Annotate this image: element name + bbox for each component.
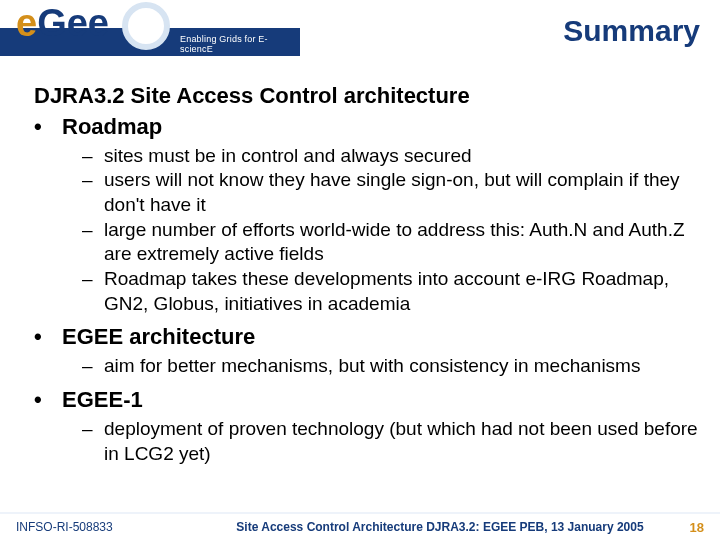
logo-ee-icon: ee — [67, 4, 109, 42]
bullet-roadmap: Roadmap — [34, 114, 698, 140]
bullet-egee-arch: EGEE architecture — [34, 324, 698, 350]
slide-content: DJRA3.2 Site Access Control architecture… — [0, 60, 720, 466]
page-number: 18 — [664, 520, 704, 535]
tagline: Enabling Grids for E-sciencE — [180, 34, 300, 54]
logo: eGee — [16, 4, 109, 42]
sub-bullet: sites must be in control and always secu… — [82, 144, 698, 169]
footer-title: Site Access Control Architecture DJRA3.2… — [216, 520, 664, 534]
footer-ref: INFSO-RI-508833 — [16, 520, 216, 534]
heading: DJRA3.2 Site Access Control architecture — [34, 82, 698, 110]
logo-g-icon: G — [37, 4, 67, 42]
bullet-egee1: EGEE-1 — [34, 387, 698, 413]
header: Enabling Grids for E-sciencE eGee Summar… — [0, 0, 720, 60]
sub-bullet: Roadmap takes these developments into ac… — [82, 267, 698, 316]
slide-title: Summary — [563, 14, 700, 48]
footer: INFSO-RI-508833 Site Access Control Arch… — [0, 512, 720, 540]
logo-circle — [122, 2, 170, 50]
sub-bullet: aim for better mechanisms, but with cons… — [82, 354, 698, 379]
sub-bullet: deployment of proven technology (but whi… — [82, 417, 698, 466]
sub-bullet: large number of efforts world-wide to ad… — [82, 218, 698, 267]
logo-e-icon: e — [16, 4, 37, 42]
sub-bullet: users will not know they have single sig… — [82, 168, 698, 217]
